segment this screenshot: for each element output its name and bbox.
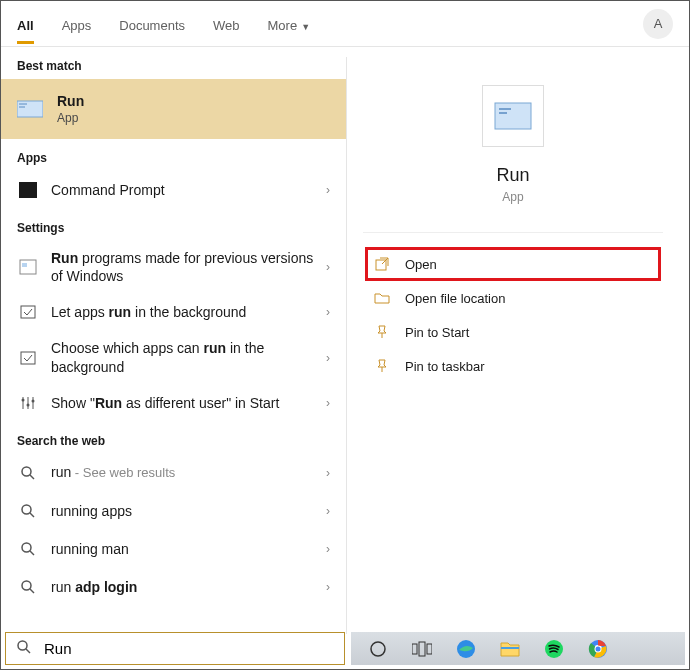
svg-rect-23 xyxy=(419,642,425,656)
search-tabs-bar: All Apps Documents Web More▼ A xyxy=(1,1,689,47)
action-label: Pin to Start xyxy=(405,325,469,340)
pin-icon xyxy=(373,357,391,375)
detail-pane: Run App Open Open file location xyxy=(346,57,679,634)
svg-rect-0 xyxy=(17,101,43,117)
tabs: All Apps Documents Web More▼ xyxy=(17,4,310,43)
svg-rect-5 xyxy=(21,352,35,364)
svg-rect-1 xyxy=(19,182,37,198)
svg-point-21 xyxy=(371,642,385,656)
tab-more[interactable]: More▼ xyxy=(268,4,311,43)
result-command-prompt[interactable]: Command Prompt › xyxy=(1,171,346,209)
result-label: Show "Run as different user" in Start xyxy=(51,394,314,412)
section-apps: Apps xyxy=(1,139,346,171)
compatibility-icon xyxy=(17,256,39,278)
action-pin-start[interactable]: Pin to Start xyxy=(365,315,661,349)
chevron-right-icon: › xyxy=(326,183,330,197)
result-label: Choose which apps can run in the backgro… xyxy=(51,339,314,375)
chevron-right-icon: › xyxy=(326,542,330,556)
pin-icon xyxy=(373,323,391,341)
chevron-right-icon: › xyxy=(326,466,330,480)
background-apps-icon xyxy=(17,301,39,323)
svg-rect-3 xyxy=(22,263,27,267)
result-choose-apps[interactable]: Choose which apps can run in the backgro… xyxy=(1,331,346,383)
svg-point-6 xyxy=(22,398,25,401)
spotify-icon[interactable] xyxy=(543,638,565,660)
result-run-previous[interactable]: Run programs made for previous versions … xyxy=(1,241,346,293)
section-settings: Settings xyxy=(1,209,346,241)
file-explorer-icon[interactable] xyxy=(499,638,521,660)
chevron-right-icon: › xyxy=(326,305,330,319)
chevron-right-icon: › xyxy=(326,351,330,365)
tab-all[interactable]: All xyxy=(17,4,34,43)
search-icon xyxy=(17,462,39,484)
tab-web[interactable]: Web xyxy=(213,4,240,43)
svg-point-7 xyxy=(27,403,30,406)
web-result-running-apps[interactable]: running apps › xyxy=(1,492,346,530)
svg-point-27 xyxy=(545,640,563,658)
action-open[interactable]: Open xyxy=(365,247,661,281)
result-label: run - See web results xyxy=(51,463,314,482)
svg-point-19 xyxy=(18,641,27,650)
result-show-run-user[interactable]: Show "Run as different user" in Start › xyxy=(1,384,346,422)
task-view-icon[interactable] xyxy=(411,638,433,660)
tab-documents[interactable]: Documents xyxy=(119,4,185,43)
taskbar xyxy=(351,632,685,665)
chevron-right-icon: › xyxy=(326,396,330,410)
cortana-icon[interactable] xyxy=(367,638,389,660)
section-web: Search the web xyxy=(1,422,346,454)
background-apps-icon xyxy=(17,347,39,369)
action-pin-taskbar[interactable]: Pin to taskbar xyxy=(365,349,661,383)
result-label: Command Prompt xyxy=(51,181,314,199)
web-result-run[interactable]: run - See web results › xyxy=(1,454,346,492)
result-label: running apps xyxy=(51,502,314,520)
chevron-down-icon: ▼ xyxy=(301,22,310,32)
section-best-match: Best match xyxy=(1,47,346,79)
web-result-run-adp[interactable]: run adp login › xyxy=(1,568,346,606)
detail-title: Run xyxy=(363,165,663,186)
detail-subtitle: App xyxy=(363,190,663,204)
chevron-right-icon: › xyxy=(326,580,330,594)
search-icon xyxy=(16,639,32,658)
result-label: running man xyxy=(51,540,314,558)
chrome-icon[interactable] xyxy=(587,638,609,660)
chevron-right-icon: › xyxy=(326,504,330,518)
web-result-running-man[interactable]: running man › xyxy=(1,530,346,568)
svg-point-9 xyxy=(22,467,31,476)
svg-rect-17 xyxy=(495,103,531,129)
avatar[interactable]: A xyxy=(643,9,673,39)
run-app-icon xyxy=(17,98,43,120)
svg-point-32 xyxy=(596,646,601,651)
action-label: Open xyxy=(405,257,437,272)
svg-rect-22 xyxy=(412,644,417,654)
search-box[interactable] xyxy=(5,632,345,665)
results-pane: Best match Run App Apps Command Prompt ›… xyxy=(1,47,346,634)
sliders-icon xyxy=(17,392,39,414)
action-label: Pin to taskbar xyxy=(405,359,485,374)
search-icon xyxy=(17,500,39,522)
best-match-title: Run xyxy=(57,93,84,109)
terminal-icon xyxy=(17,179,39,201)
open-icon xyxy=(373,255,391,273)
svg-line-16 xyxy=(30,589,34,593)
svg-line-20 xyxy=(26,649,30,653)
action-open-file-location[interactable]: Open file location xyxy=(365,281,661,315)
search-input[interactable] xyxy=(42,639,334,658)
edge-icon[interactable] xyxy=(455,638,477,660)
svg-line-10 xyxy=(30,475,34,479)
search-icon xyxy=(17,576,39,598)
best-match-result[interactable]: Run App xyxy=(1,79,346,139)
search-icon xyxy=(17,538,39,560)
result-label: run adp login xyxy=(51,578,314,596)
svg-point-15 xyxy=(22,581,31,590)
result-let-apps-run[interactable]: Let apps run in the background › xyxy=(1,293,346,331)
folder-icon xyxy=(373,289,391,307)
svg-point-11 xyxy=(22,505,31,514)
detail-actions: Open Open file location Pin to Start xyxy=(363,232,663,383)
action-label: Open file location xyxy=(405,291,505,306)
result-label: Run programs made for previous versions … xyxy=(51,249,314,285)
chevron-right-icon: › xyxy=(326,260,330,274)
svg-rect-24 xyxy=(427,644,432,654)
run-large-icon xyxy=(482,85,544,147)
svg-point-13 xyxy=(22,543,31,552)
tab-apps[interactable]: Apps xyxy=(62,4,92,43)
